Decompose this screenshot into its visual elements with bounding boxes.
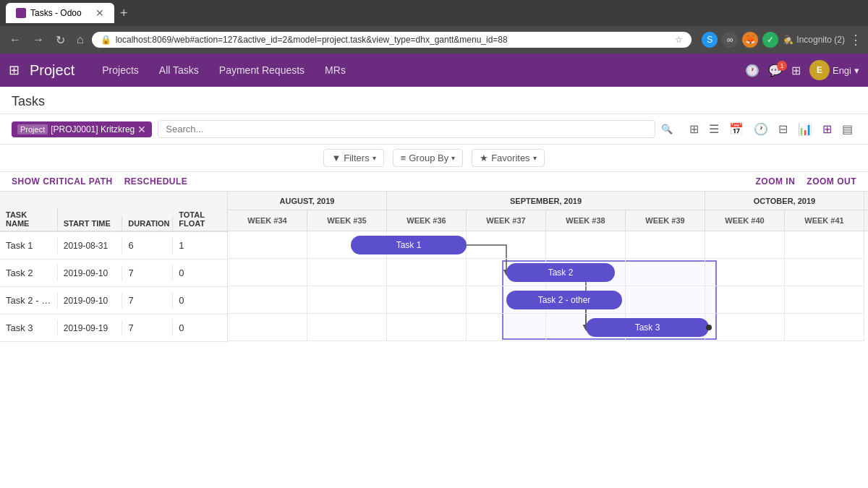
spreadsheet-view-button[interactable]: ⊟ xyxy=(775,120,791,138)
cell-task-name: Task 1 xyxy=(0,237,58,254)
chart-row: Task 3 xyxy=(228,314,864,341)
home-button[interactable]: ⌂ xyxy=(73,32,88,48)
view-switcher: ⊞ ☰ 📅 🕐 ⊟ 📊 ⊞ ▤ xyxy=(686,120,856,138)
calendar-view-button[interactable]: 📅 xyxy=(726,120,747,138)
gantt-chart-header: AUGUST, 2019SEPTEMBER, 2019OCTOBER, 2019… xyxy=(228,192,868,231)
chat-icon[interactable]: 💬 1 xyxy=(768,64,783,77)
group-by-button[interactable]: ≡ Group By ▾ xyxy=(393,149,464,167)
filter-project-tag[interactable]: Project [PROJ0001] Kritzkreg ✕ xyxy=(12,121,152,137)
favorites-button[interactable]: ★ Favorites ▾ xyxy=(472,149,544,167)
cell-start-time: 2019-09-10 xyxy=(58,265,123,281)
chart-view-button[interactable]: 📊 xyxy=(794,120,816,138)
gantt-wrapper: TASK NAME START TIME DURATION TOTAL FLOA… xyxy=(0,192,868,342)
star-icon[interactable]: ☆ xyxy=(675,35,683,45)
new-tab-button[interactable]: + xyxy=(120,6,128,21)
incognito-info: 🕵 Incognito (2) xyxy=(783,35,845,45)
gantt-table-header: TASK NAME START TIME DURATION TOTAL FLOA… xyxy=(0,192,227,232)
nav-mrs[interactable]: MRs xyxy=(315,53,356,87)
filter-remove-button[interactable]: ✕ xyxy=(137,124,146,135)
cell-total-float: 1 xyxy=(173,237,227,254)
list-view-button[interactable]: ☰ xyxy=(705,120,723,138)
month-header-cell: SEPTEMBER, 2019 xyxy=(387,192,705,210)
chart-cell xyxy=(705,286,785,313)
task-bar[interactable]: Task 2 - other xyxy=(506,291,622,309)
cell-total-float: 0 xyxy=(173,320,227,336)
cell-task-name: Task 3 xyxy=(0,320,58,336)
app-title: Project xyxy=(30,62,75,79)
month-header-cell: AUGUST, 2019 xyxy=(228,192,387,210)
filters-button[interactable]: ▼ Filters ▾ xyxy=(323,149,383,167)
user-label: Engi xyxy=(833,65,851,76)
nav-projects[interactable]: Projects xyxy=(92,53,149,87)
reload-button[interactable]: ↻ xyxy=(52,32,69,48)
filter-project-label: Project xyxy=(17,124,48,134)
gantt-chart-body: Task 1Task 2Task 2 - otherTask 3 xyxy=(228,231,868,341)
ext-infinity-icon[interactable]: ∞ xyxy=(722,32,738,48)
address-icons: ☆ xyxy=(675,35,683,45)
browser-chrome: Tasks - Odoo ✕ + xyxy=(0,0,868,26)
filters-caret-icon: ▾ xyxy=(373,154,376,162)
back-button[interactable]: ← xyxy=(6,32,25,48)
table-row: Task 2 - othe 2019-09-10 7 0 xyxy=(0,287,227,314)
search-input[interactable] xyxy=(158,120,655,138)
search-button[interactable]: 🔍 xyxy=(661,124,673,134)
week-header-cell: WEEK #41 xyxy=(785,210,864,231)
ext-check-icon[interactable]: ✓ xyxy=(762,32,778,48)
ext-s-icon[interactable]: S xyxy=(702,32,718,48)
task-bar[interactable]: Task 2 xyxy=(506,263,615,282)
show-critical-path-button[interactable]: SHOW CRITICAL PATH xyxy=(12,176,113,187)
nav-all-tasks[interactable]: All Tasks xyxy=(149,53,209,87)
task-bar[interactable]: Task 3 xyxy=(586,318,709,337)
chart-cell xyxy=(626,259,705,286)
chart-cell xyxy=(626,286,705,313)
browser-tab[interactable]: Tasks - Odoo ✕ xyxy=(6,3,114,23)
tab-close-button[interactable]: ✕ xyxy=(95,7,104,19)
chart-cell xyxy=(228,259,307,286)
month-header-cell: OCTOBER, 2019 xyxy=(705,192,864,210)
task-bar[interactable]: Task 1 xyxy=(351,236,467,254)
chart-cell xyxy=(467,231,546,258)
user-menu[interactable]: E Engi ▾ xyxy=(809,60,859,80)
favorites-label: Favorites xyxy=(491,153,529,163)
filter-group: ▼ Filters ▾ ≡ Group By ▾ ★ Favorites ▾ xyxy=(12,149,856,167)
gantt-chart-panel: AUGUST, 2019SEPTEMBER, 2019OCTOBER, 2019… xyxy=(228,192,868,342)
page-content: Tasks Project [PROJ0001] Kritzkreg ✕ 🔍 ⊞… xyxy=(0,87,868,342)
apps-icon[interactable]: ⊞ xyxy=(791,64,801,77)
task-rows: Task 1 2019-08-31 6 1 Task 2 2019-09-10 … xyxy=(0,232,227,342)
chart-cell xyxy=(705,231,785,258)
tab-title: Tasks - Odoo xyxy=(30,8,82,18)
zoom-in-button[interactable]: ZOOM IN xyxy=(756,176,796,187)
gantt-view-button[interactable]: ⊞ xyxy=(819,120,835,138)
ext-fox-icon[interactable]: 🦊 xyxy=(742,32,758,48)
cell-total-float: 0 xyxy=(173,265,227,281)
grid-icon[interactable]: ⊞ xyxy=(9,62,20,78)
kanban-view-button[interactable]: ⊞ xyxy=(686,120,702,138)
address-bar[interactable]: 🔒 localhost:8069/web#action=127&active_i… xyxy=(92,32,692,48)
week-row: WEEK #34WEEK #35WEEK #36WEEK #37WEEK #38… xyxy=(228,210,868,231)
nav-payment-requests[interactable]: Payment Requests xyxy=(209,53,315,87)
browser-menu-button[interactable]: ⋮ xyxy=(849,32,862,48)
page-title: Tasks xyxy=(12,94,45,108)
chart-cell xyxy=(705,259,785,286)
app-navbar: ⊞ Project Projects All Tasks Payment Req… xyxy=(0,53,868,87)
table-row: Task 1 2019-08-31 6 1 xyxy=(0,232,227,260)
clock-icon[interactable]: 🕐 xyxy=(745,64,760,77)
cell-total-float: 0 xyxy=(173,292,227,309)
clock-view-button[interactable]: 🕐 xyxy=(750,120,772,138)
task-bar-resize-handle[interactable] xyxy=(706,325,712,330)
forward-button[interactable]: → xyxy=(29,32,48,48)
chart-cell xyxy=(228,231,307,258)
reschedule-button[interactable]: RESCHEDULE xyxy=(124,176,188,187)
week-header-cell: WEEK #36 xyxy=(387,210,467,231)
week-header-cell: WEEK #38 xyxy=(546,210,626,231)
zoom-out-button[interactable]: ZOOM OUT xyxy=(807,176,856,187)
week-header-cell: WEEK #35 xyxy=(307,210,387,231)
incognito-label: Incognito (2) xyxy=(796,35,845,45)
cell-duration: 7 xyxy=(122,292,173,309)
table-view-button[interactable]: ▤ xyxy=(838,120,856,138)
notification-badge: 1 xyxy=(777,61,787,71)
col-header-total-float: TOTAL FLOAT xyxy=(173,207,227,231)
cell-duration: 6 xyxy=(122,237,173,254)
chart-cell xyxy=(228,314,307,341)
chart-cell xyxy=(785,231,864,258)
